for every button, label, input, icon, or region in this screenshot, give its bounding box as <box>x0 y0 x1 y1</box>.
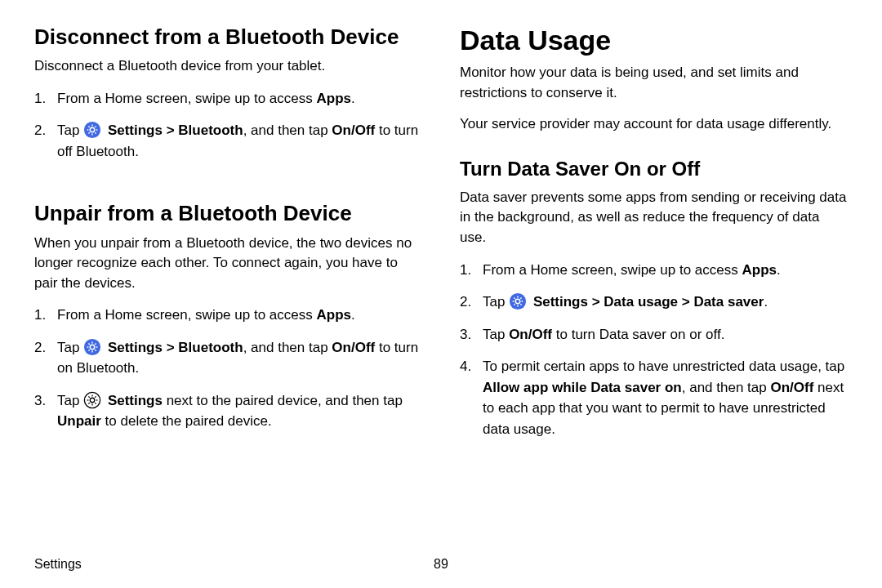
bold: Apps <box>742 262 777 278</box>
text: next to the paired device, and then tap <box>163 393 403 408</box>
step: Tap Settings > Bluetooth, and then tap O… <box>34 337 422 379</box>
text: From a Home screen, swipe up to access <box>483 262 742 278</box>
text: . <box>351 307 355 323</box>
steps-unpair: From a Home screen, swipe up to access A… <box>34 305 422 443</box>
para-data1: Monitor how your data is being used, and… <box>460 63 848 103</box>
text: , and then tap <box>243 122 332 138</box>
svg-line-39 <box>520 298 521 299</box>
footer-page-number: 89 <box>434 557 448 572</box>
settings-gear-blue-icon <box>509 292 527 310</box>
heading-data-usage: Data Usage <box>460 24 848 56</box>
heading-disconnect: Disconnect from a Bluetooth Device <box>34 24 422 50</box>
svg-line-6 <box>89 127 90 127</box>
step: To permit certain apps to have unrestric… <box>460 356 848 439</box>
text: Tap <box>483 294 509 310</box>
bold: On/Off <box>770 380 813 395</box>
svg-line-16 <box>89 343 90 344</box>
text: . <box>351 91 355 106</box>
text: Tap <box>57 122 83 138</box>
step: Tap Settings > Bluetooth, and then tap O… <box>34 120 422 162</box>
text: , and then tap <box>243 340 332 355</box>
step: Tap Settings > Data usage > Data saver. <box>460 292 848 313</box>
svg-line-19 <box>95 343 96 344</box>
svg-point-21 <box>90 398 95 403</box>
footer-section: Settings <box>34 557 82 572</box>
svg-line-29 <box>95 396 96 397</box>
bold: Apps <box>316 307 351 323</box>
text: From a Home screen, swipe up to access <box>57 91 316 106</box>
text: . <box>777 262 781 278</box>
heading-data-saver: Turn Data Saver On or Off <box>460 158 848 181</box>
text: Tap <box>483 327 509 342</box>
para-saver: Data saver prevents some apps from sendi… <box>460 188 848 248</box>
settings-gear-blue-icon <box>83 338 101 356</box>
para-disconnect: Disconnect a Bluetooth device from your … <box>34 56 422 77</box>
svg-line-8 <box>89 133 90 134</box>
svg-point-30 <box>510 293 526 310</box>
bold: Allow app while Data saver on <box>483 380 682 395</box>
text: . <box>764 294 768 310</box>
bold: Settings > Bluetooth <box>108 340 243 355</box>
para-data2: Your service provider may account for da… <box>460 114 848 135</box>
steps-saver: From a Home screen, swipe up to access A… <box>460 260 848 452</box>
bold: On/Off <box>509 327 552 342</box>
svg-point-10 <box>84 339 100 355</box>
text: To permit certain apps to have unrestric… <box>483 359 844 374</box>
left-column: Disconnect from a Bluetooth Device Disco… <box>34 24 422 549</box>
svg-line-27 <box>95 403 96 403</box>
step: From a Home screen, swipe up to access A… <box>34 88 422 109</box>
svg-line-9 <box>95 127 96 127</box>
svg-line-38 <box>514 305 515 305</box>
svg-line-36 <box>514 298 515 299</box>
bold: Settings > Data usage > Data saver <box>533 294 764 310</box>
page-footer: Settings 89 <box>34 557 848 572</box>
text: Tap <box>57 340 83 355</box>
bold: On/Off <box>332 122 375 138</box>
svg-line-18 <box>89 350 90 350</box>
svg-line-17 <box>95 350 96 350</box>
svg-line-28 <box>89 403 90 403</box>
right-column: Data Usage Monitor how your data is bein… <box>460 24 848 549</box>
svg-point-0 <box>84 122 100 138</box>
text: Tap <box>57 393 83 408</box>
step: From a Home screen, swipe up to access A… <box>460 260 848 281</box>
bold: Settings > Bluetooth <box>108 122 243 138</box>
text: , and then tap <box>682 380 771 395</box>
page-columns: Disconnect from a Bluetooth Device Disco… <box>34 24 848 549</box>
svg-line-7 <box>95 133 96 134</box>
text: From a Home screen, swipe up to access <box>57 307 316 323</box>
svg-point-20 <box>85 392 100 408</box>
settings-gear-outline-icon <box>83 391 101 409</box>
para-unpair: When you unpair from a Bluetooth device,… <box>34 234 422 294</box>
heading-unpair: Unpair from a Bluetooth Device <box>34 201 422 226</box>
svg-line-26 <box>89 396 90 397</box>
svg-line-37 <box>520 305 521 305</box>
step: Tap Settings next to the paired device, … <box>34 390 422 432</box>
bold: Settings <box>108 393 163 408</box>
settings-gear-blue-icon <box>83 121 101 139</box>
steps-disconnect: From a Home screen, swipe up to access A… <box>34 88 422 174</box>
bold: Unpair <box>57 413 101 429</box>
text: to turn Data saver on or off. <box>552 327 724 342</box>
text: to delete the paired device. <box>101 413 272 429</box>
bold: On/Off <box>332 340 375 355</box>
bold: Apps <box>316 91 351 106</box>
step: Tap On/Off to turn Data saver on or off. <box>460 324 848 345</box>
step: From a Home screen, swipe up to access A… <box>34 305 422 326</box>
